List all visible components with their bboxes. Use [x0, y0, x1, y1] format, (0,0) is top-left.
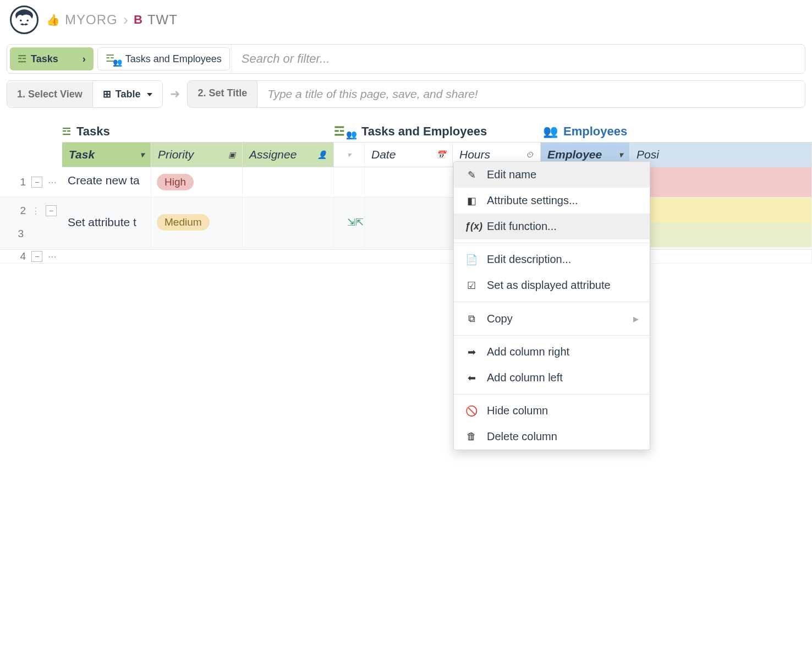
table-row: 4 − ⋯	[0, 249, 812, 264]
menu-edit-name[interactable]: ✎Edit name	[454, 162, 650, 188]
tasks-icon: ☲	[62, 125, 71, 138]
table-icon: ⊞	[103, 88, 111, 100]
cell-assignee[interactable]	[243, 198, 334, 247]
calendar-icon: 📅	[436, 150, 446, 159]
row-gutter: 1 − ⋯	[0, 167, 62, 197]
cell-assignee[interactable]	[243, 167, 334, 197]
table-row: 1 − ⋯ Create new ta High M	[0, 167, 812, 198]
col-assignee[interactable]: Assignee👤	[243, 142, 334, 167]
position-value: Pl	[630, 222, 811, 247]
row-gutter: 2 ⋮ − 3	[0, 198, 62, 247]
search-placeholder: Search or filter...	[242, 52, 330, 66]
empty-cell[interactable]	[62, 250, 812, 263]
menu-separator	[454, 243, 650, 243]
column-context-menu: ✎Edit name ◧Attribute settings... ƒ(x)Ed…	[453, 161, 650, 264]
avatar[interactable]	[10, 6, 39, 34]
step2-label: 2. Set Title	[188, 81, 257, 107]
group-emp-label: Employees	[563, 124, 627, 139]
cell-task[interactable]: Set attribute t	[62, 198, 151, 247]
breadcrumb: 👍 MYORG › B TWT	[46, 11, 178, 29]
menu-attribute-settings[interactable]: ◧Attribute settings...	[454, 188, 650, 213]
menu-label: Edit function...	[487, 220, 557, 233]
row-number: 3	[18, 228, 24, 240]
group-te-label: Tasks and Employees	[361, 124, 487, 139]
step-2: 2. Set Title Type a title of this page, …	[187, 80, 805, 108]
title-placeholder: Type a title of this page, save, and sha…	[267, 87, 478, 100]
cell-priority[interactable]: Medium	[151, 198, 243, 247]
menu-edit-function[interactable]: ƒ(x)Edit function...	[454, 213, 650, 239]
table-row: 2 ⋮ − 3 Set attribute t Medium ⇲⇱ Pr	[0, 198, 812, 248]
caret-down-icon: ▾	[619, 150, 623, 159]
tab-tasks-label: Tasks	[31, 53, 58, 65]
document-icon: 📄	[465, 254, 478, 264]
col-position-label: Posi	[637, 148, 659, 161]
menu-label: Edit description...	[487, 253, 571, 264]
title-input[interactable]: Type a title of this page, save, and sha…	[257, 81, 805, 107]
more-icon[interactable]: ⋯	[48, 177, 57, 188]
collapse-icon[interactable]: −	[46, 205, 57, 216]
col-position[interactable]: Posi	[630, 142, 812, 167]
tasks-employees-icon: ☲ 👥	[334, 124, 356, 139]
col-priority[interactable]: Priority▣	[151, 142, 243, 167]
people-icon: 👥	[543, 124, 558, 139]
cell-date[interactable]	[365, 198, 453, 247]
view-type-dropdown[interactable]: ⊞ Table	[92, 81, 163, 107]
col-blank[interactable]: ▾	[334, 142, 365, 167]
tasks-employees-icon: ☲ 👥	[106, 52, 121, 65]
group-headers: ☲ Tasks ☲ 👥 Tasks and Employees 👥 Employ…	[0, 124, 812, 139]
priority-badge: Medium	[157, 214, 210, 231]
bold-b-icon: B	[134, 13, 143, 27]
svg-point-1	[26, 19, 29, 21]
cell-task[interactable]: Create new ta	[62, 167, 151, 197]
drag-handle-icon[interactable]: ⋮	[31, 206, 40, 216]
project-label: TWT	[147, 12, 178, 28]
menu-label: Attribute settings...	[487, 194, 578, 207]
svg-point-0	[20, 19, 22, 21]
duration-icon: ⏲	[526, 150, 534, 159]
col-date[interactable]: Date📅	[365, 142, 453, 167]
col-employee-label: Employee	[547, 148, 602, 161]
step-1: 1. Select View ⊞ Table	[7, 80, 163, 108]
cell-position[interactable]: M	[630, 167, 812, 197]
group-tasks-label: Tasks	[76, 124, 110, 139]
menu-edit-description[interactable]: 📄Edit description...	[454, 247, 650, 264]
row-number: 4	[20, 250, 26, 262]
group-tasks[interactable]: ☲ Tasks	[62, 124, 334, 139]
caret-down-icon: ▾	[347, 150, 351, 159]
thumbs-up-icon: 👍	[46, 13, 61, 26]
steps-bar: 1. Select View ⊞ Table ➜ 2. Set Title Ty…	[7, 80, 805, 108]
step-arrow-icon: ➜	[163, 80, 187, 108]
cell-blank[interactable]	[334, 167, 365, 197]
caret-down-icon	[145, 89, 152, 100]
tab-tasks-employees[interactable]: ☲ 👥 Tasks and Employees	[97, 47, 230, 70]
col-assignee-label: Assignee	[249, 148, 297, 161]
col-task[interactable]: Task▾	[62, 142, 151, 167]
more-icon[interactable]: ⋯	[48, 251, 57, 262]
tabbar: ☲ Tasks › ☲ 👥 Tasks and Employees Search…	[7, 44, 805, 74]
position-value: Pr	[630, 198, 811, 222]
breadcrumb-org[interactable]: 👍 MYORG	[46, 12, 118, 28]
breadcrumb-separator-icon: ›	[123, 11, 128, 29]
row-gutter: 4 − ⋯	[0, 250, 62, 263]
select-icon: ▣	[228, 150, 235, 159]
cell-date[interactable]	[365, 167, 453, 197]
priority-badge: High	[157, 174, 194, 190]
breadcrumb-project[interactable]: B TWT	[134, 12, 178, 28]
chevron-right-icon: ›	[83, 53, 86, 65]
tasks-icon: ☲	[18, 53, 26, 65]
group-tasks-employees[interactable]: ☲ 👥 Tasks and Employees	[334, 124, 543, 139]
collapse-arrows-icon[interactable]: ⇲⇱	[347, 217, 364, 228]
cell-position[interactable]: Pr Pl	[630, 198, 812, 247]
edit-icon: ✎	[465, 169, 478, 181]
cell-blank[interactable]: ⇲⇱	[334, 198, 365, 247]
col-hours-label: Hours	[459, 148, 490, 161]
tab-te-label: Tasks and Employees	[125, 53, 222, 65]
data-rows: 1 − ⋯ Create new ta High M 2 ⋮ −	[0, 167, 812, 264]
cell-priority[interactable]: High	[151, 167, 243, 197]
tab-tasks[interactable]: ☲ Tasks ›	[10, 47, 94, 70]
search-input[interactable]: Search or filter...	[231, 45, 805, 73]
col-date-label: Date	[371, 148, 396, 161]
group-employees[interactable]: 👥 Employees	[543, 124, 627, 139]
collapse-icon[interactable]: −	[31, 251, 42, 262]
collapse-icon[interactable]: −	[31, 177, 42, 188]
